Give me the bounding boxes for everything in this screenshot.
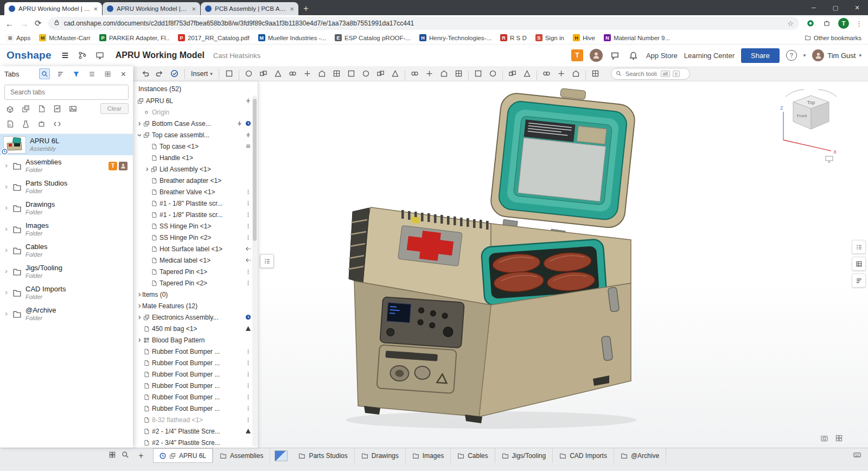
- kebab-icon[interactable]: [245, 394, 251, 400]
- context-icon[interactable]: [245, 120, 251, 126]
- bookmark-sign-in[interactable]: SSign in: [535, 34, 564, 41]
- warning-icon[interactable]: [245, 326, 251, 332]
- search-tools[interactable]: alt c: [611, 68, 690, 80]
- search-tabs-input[interactable]: [9, 88, 124, 97]
- bookmark-mueller-industries[interactable]: MMueller Industries -...: [258, 34, 326, 41]
- chevron-down-icon[interactable]: [136, 132, 142, 138]
- mass-properties-icon[interactable]: [569, 67, 583, 80]
- chevron-right-icon[interactable]: [144, 167, 150, 172]
- tree-row-1-1-8-plastite-scr[interactable]: #1 - 1/8" Plastite scr...: [133, 198, 258, 209]
- context-icon[interactable]: [245, 314, 251, 320]
- chevron-right-icon[interactable]: [136, 315, 142, 320]
- kebab-icon[interactable]: [245, 383, 251, 389]
- blob-filter-icon[interactable]: [36, 103, 47, 114]
- view-cube[interactable]: Top Front Z X: [776, 88, 846, 164]
- expand-chevron-icon[interactable]: [3, 311, 9, 316]
- bookmark-material-number-9[interactable]: NMaterial Number 9...: [604, 34, 670, 41]
- tree-row-rubber-foot-bumper[interactable]: Rubber Foot Bumper ...: [133, 380, 258, 391]
- bookmark-star-icon[interactable]: ☆: [787, 20, 794, 28]
- part-studio-filter-icon[interactable]: [4, 103, 15, 114]
- kebab-icon[interactable]: [245, 212, 251, 218]
- minimize-button[interactable]: ─: [803, 0, 825, 15]
- kebab-icon[interactable]: [245, 417, 251, 423]
- follow-mode-icon[interactable]: [94, 49, 106, 61]
- expand-chevron-icon[interactable]: [3, 184, 9, 189]
- bom-icon[interactable]: [539, 67, 554, 80]
- keyboard-shortcuts-icon[interactable]: [853, 450, 861, 461]
- kebab-icon[interactable]: [245, 234, 251, 240]
- bookmark-hive[interactable]: HHive: [573, 34, 595, 41]
- search-icon[interactable]: [39, 68, 50, 79]
- url-field[interactable]: cad.onshape.com/documents/c2dd1f8f753d7f…: [48, 17, 799, 30]
- learning-center-link[interactable]: Learning Center: [684, 52, 735, 60]
- insert-button[interactable]: Insert ▾: [188, 70, 216, 78]
- tree-row-bottom-case-asse[interactable]: Bottom Case Asse...: [133, 118, 258, 129]
- tree-row-ss-hinge-pin-2[interactable]: SS Hinge Pin <2>: [133, 232, 258, 243]
- expand-chevron-icon[interactable]: [3, 227, 9, 232]
- tree-row-electronics-assembly[interactable]: Electronics Assembly...: [133, 311, 258, 323]
- slider-icon[interactable]: [329, 67, 344, 80]
- expand-chevron-icon[interactable]: [3, 163, 9, 168]
- kebab-icon[interactable]: [245, 200, 251, 206]
- tree-row-450-ml-bag-1[interactable]: 450 ml bag <1>: [133, 323, 258, 334]
- bookmark-apps[interactable]: ⊞Apps: [7, 34, 30, 41]
- tree-row-medical-label-1[interactable]: Medical label <1>: [133, 254, 258, 266]
- kebab-icon[interactable]: [245, 360, 251, 366]
- code-filter-icon[interactable]: [52, 118, 62, 129]
- help-icon[interactable]: ?: [786, 50, 797, 61]
- app-store-link[interactable]: App Store: [646, 52, 678, 60]
- tree-row-rubber-foot-bumper[interactable]: Rubber Foot Bumper ...: [133, 391, 258, 403]
- kebab-icon[interactable]: [245, 348, 251, 354]
- sidebar-item-cad-imports[interactable]: CAD ImportsFolder: [0, 282, 133, 303]
- pin-slot-icon[interactable]: [373, 67, 388, 80]
- element-tab-cables[interactable]: Cables: [451, 448, 495, 463]
- bookmark-mcmaster-carr[interactable]: MMcMaster-Carr: [39, 34, 91, 41]
- tree-row-2-3-4-plastite-scre[interactable]: #2 - 3/4" Plastite Scre...: [133, 437, 258, 448]
- assembly-filter-icon[interactable]: [20, 103, 31, 114]
- share-button[interactable]: Share: [741, 48, 780, 63]
- cylindrical-icon[interactable]: [359, 67, 373, 80]
- kebab-icon[interactable]: [245, 223, 251, 229]
- instances-scrollbar[interactable]: [252, 96, 257, 447]
- bookmark-parker-adapter-fl[interactable]: PPARKER Adapter, Fl..: [99, 34, 169, 41]
- fixed-icon[interactable]: [237, 120, 242, 126]
- versions-icon[interactable]: [76, 49, 88, 61]
- maximize-button[interactable]: ▢: [825, 0, 846, 15]
- display-states-icon[interactable]: [520, 67, 534, 80]
- sidebar-item-cables[interactable]: CablesFolder: [0, 240, 133, 261]
- tree-row-8-32-flathead-1[interactable]: 8-32 flathead <1>: [133, 414, 258, 425]
- browser-tab-pcb-assembly-pcb-assembly[interactable]: PCB Assembly | PCB Assembly×: [201, 2, 298, 15]
- tab-close-icon[interactable]: ×: [290, 5, 294, 13]
- bookmark-henry-technologies[interactable]: HHenry-Technologies-...: [419, 34, 492, 41]
- sidebar-item-parts-studios[interactable]: Parts StudiosFolder: [0, 176, 133, 198]
- tab-close-icon[interactable]: ×: [192, 5, 196, 13]
- tree-row-1-1-8-plastite-scr[interactable]: #1 - 1/8" Plastite scr...: [133, 209, 258, 220]
- mate-icon[interactable]: [241, 67, 256, 80]
- planar-icon[interactable]: [344, 67, 359, 80]
- circular-pattern-icon[interactable]: [422, 67, 437, 80]
- drawing-filter-icon[interactable]: [52, 103, 62, 114]
- search-tabs-field[interactable]: [4, 85, 129, 100]
- kebab-icon[interactable]: [245, 405, 251, 411]
- sidebar-item-apru-6l[interactable]: APRU 6LAssembly: [0, 134, 133, 155]
- kebab-icon[interactable]: [245, 189, 251, 195]
- browser-tab-apru-working-model-apru-6l[interactable]: APRU Working Model | APRU 6L×: [4, 2, 102, 15]
- chevron-right-icon[interactable]: [136, 338, 142, 343]
- sort-icon[interactable]: [55, 68, 66, 79]
- fixed-icon[interactable]: [245, 98, 251, 104]
- tab-search-icon[interactable]: [122, 451, 129, 461]
- tree-row-blood-bag-pattern[interactable]: Blood Bag Pattern: [133, 334, 258, 346]
- element-tab-apru-6l[interactable]: APRU 6L: [153, 448, 213, 463]
- tab-close-icon[interactable]: ×: [93, 5, 98, 13]
- sidebar-item-assemblies[interactable]: AssembliesFolderT: [0, 155, 133, 176]
- kebab-icon[interactable]: [245, 371, 251, 377]
- element-tab-assemblies[interactable]: Assemblies: [213, 448, 270, 463]
- profile-avatar[interactable]: T: [838, 18, 849, 29]
- other-bookmarks[interactable]: Other bookmarks: [805, 34, 861, 42]
- panel-collapse-handle[interactable]: [260, 254, 274, 268]
- tree-row-top-case-assembl[interactable]: Top case assembl...: [133, 129, 258, 141]
- element-tab-parts-studios[interactable]: Parts Studios: [292, 448, 354, 463]
- panel-list-icon[interactable]: [852, 240, 866, 254]
- redo-icon[interactable]: [152, 67, 167, 80]
- tree-row-lid-assembly-1[interactable]: Lid Assembly <1>: [133, 163, 258, 175]
